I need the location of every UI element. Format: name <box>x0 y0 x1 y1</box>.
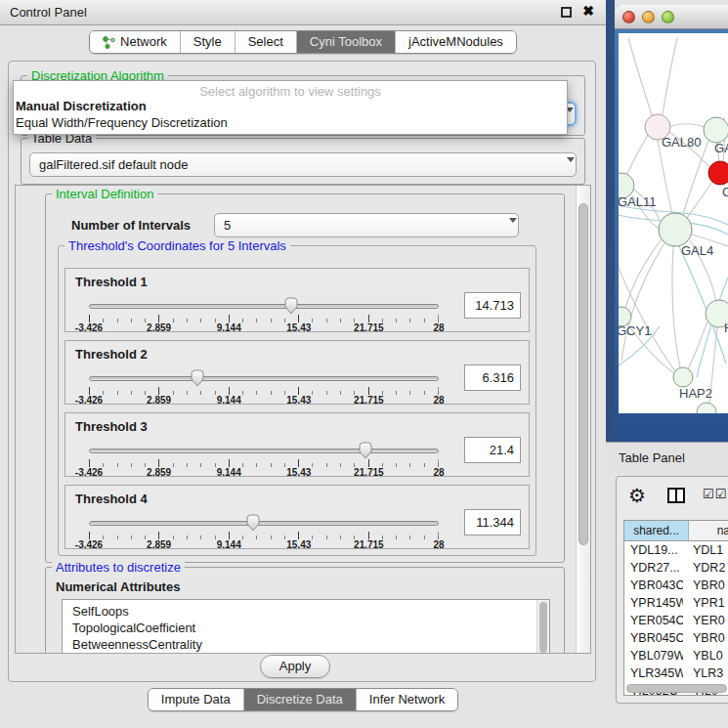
slider-track[interactable] <box>89 304 439 309</box>
tick-label: 2.859 <box>147 539 171 550</box>
table-row[interactable]: YBL079WYBL0 <box>624 647 728 664</box>
threshold-value-field[interactable]: 21.4 <box>464 437 521 463</box>
network-window: GAL80GACGAL11GAL4HGCY1HAP2 <box>615 5 728 442</box>
threshold-slider[interactable]: -3.4262.8599.14415.4321.71528 <box>89 513 439 550</box>
tab-infer-network[interactable]: Infer Network <box>356 689 457 710</box>
slider-track[interactable] <box>89 449 439 453</box>
list-item[interactable]: BetweennessCentrality <box>63 636 549 653</box>
tab-discretize-data[interactable]: Discretize Data <box>243 689 356 710</box>
tab-select[interactable]: Select <box>235 31 296 53</box>
network-node[interactable] <box>697 403 716 413</box>
table-row[interactable]: YLR345WYLR3 <box>624 664 728 682</box>
table-header-row: shared... na <box>624 521 728 541</box>
column-header-name[interactable]: na <box>689 521 728 540</box>
attributes-group: Attributes to discretize Numerical Attri… <box>45 567 565 654</box>
tab-select-label: Select <box>248 31 283 53</box>
top-tab-group: Network Style Select Cyni Toolbox jActiv… <box>89 30 517 54</box>
slider-thumb[interactable] <box>190 369 204 387</box>
cell-name: YBR0 <box>683 629 725 647</box>
table-row[interactable]: YBR045CYBR0 <box>624 629 728 647</box>
network-edge <box>670 124 704 127</box>
slider-tick-labels: -3.4262.8599.14415.4321.71528 <box>89 322 439 334</box>
algorithm-dropdown-popup: Select algorithm to view settings Manual… <box>13 80 568 135</box>
bottom-tabstrip: Impute Data Discretize Data Infer Networ… <box>0 688 606 711</box>
cell-name: YBR0 <box>683 577 725 594</box>
tab-jactivemnodules[interactable]: jActiveMNodules <box>395 31 516 53</box>
top-tabstrip: Network Style Select Cyni Toolbox jActiv… <box>0 30 606 54</box>
list-item[interactable]: SelfLoops <box>63 600 549 620</box>
vertical-scrollbar[interactable] <box>576 186 590 653</box>
scrollbar-thumb[interactable] <box>578 203 588 545</box>
threshold-label: Threshold 3 <box>75 419 148 434</box>
table-data-value: galFiltered.sif default node <box>39 157 188 172</box>
close-icon[interactable]: ✖ <box>582 3 594 19</box>
control-panel-titlebar: Control Panel ✖ <box>0 0 606 25</box>
table-row[interactable]: YBR043CYBR0 <box>624 577 728 594</box>
list-item[interactable]: TopologicalCoefficient <box>63 620 549 636</box>
tab-impute-data[interactable]: Impute Data <box>149 689 243 710</box>
slider-thumb[interactable] <box>358 442 372 459</box>
horizontal-scrollbar[interactable] <box>626 684 728 694</box>
tab-cyni-toolbox[interactable]: Cyni Toolbox <box>296 31 395 53</box>
node-label: GAL4 <box>681 243 713 258</box>
menu-item-equal-width-frequency[interactable]: Equal Width/Frequency Discretization <box>14 114 567 131</box>
zoom-traffic-light-icon[interactable] <box>662 11 674 23</box>
cell-shared-name: YDR27... <box>624 559 683 577</box>
cell-name: YER0 <box>683 612 725 629</box>
float-window-icon[interactable] <box>561 7 572 18</box>
threshold-value-field[interactable]: 11.344 <box>464 509 521 535</box>
tab-discretize-data-label: Discretize Data <box>257 689 343 710</box>
network-node[interactable] <box>659 213 692 246</box>
number-of-intervals-select[interactable]: 5 <box>214 213 519 237</box>
threshold-slider[interactable]: -3.4262.8599.14415.4321.71528 <box>89 368 439 406</box>
network-node[interactable] <box>673 367 693 387</box>
tick-label: 21.715 <box>354 322 384 333</box>
tick-label: 21.715 <box>354 539 384 550</box>
tab-cyni-toolbox-label: Cyni Toolbox <box>310 31 382 53</box>
columns-icon[interactable] <box>667 488 685 503</box>
tick-label: 9.144 <box>217 467 241 478</box>
slider-track[interactable] <box>89 376 439 381</box>
threshold-label: Threshold 2 <box>75 347 148 362</box>
table-row[interactable]: YPR145WYPR1 <box>624 594 728 612</box>
interval-definition-title: Interval Definition <box>52 187 157 201</box>
slider-tick-labels: -3.4262.8599.14415.4321.71528 <box>89 395 439 407</box>
cell-name: YDR2 <box>683 559 725 577</box>
table-panel-title: Table Panel <box>619 443 685 473</box>
menu-item-manual-discretization[interactable]: Manual Discretization <box>14 98 567 114</box>
table-row[interactable]: YDL19...YDL1 <box>624 541 728 559</box>
list-scrollbar[interactable] <box>536 600 549 654</box>
popup-hint: Select algorithm to view settings <box>14 81 567 98</box>
close-traffic-light-icon[interactable] <box>622 11 635 23</box>
threshold-slider[interactable]: -3.4262.8599.14415.4321.71528 <box>89 296 439 333</box>
tick-label: 15.43 <box>286 539 311 550</box>
network-node[interactable] <box>704 117 728 143</box>
checkbox-icons[interactable]: ☑☑ <box>703 487 727 501</box>
node-table[interactable]: shared... na YDL19...YDL1YDR27...YDR2YBR… <box>623 520 728 696</box>
network-window-titlebar[interactable] <box>615 5 728 29</box>
slider-thumb[interactable] <box>246 514 261 532</box>
threshold-value-field[interactable]: 6.316 <box>464 364 521 391</box>
network-node[interactable] <box>708 161 728 185</box>
cell-shared-name: YDL19... <box>624 541 683 559</box>
minimize-traffic-light-icon[interactable] <box>642 11 655 23</box>
slider-track[interactable] <box>89 521 439 526</box>
table-row[interactable]: YER054CYER0 <box>624 612 728 629</box>
tab-network[interactable]: Network <box>90 31 180 53</box>
network-panel-background <box>606 0 615 442</box>
table-data-select[interactable]: galFiltered.sif default node <box>29 152 577 177</box>
apply-button[interactable]: Apply <box>260 655 330 678</box>
threshold-box: Threshold 1-3.4262.8599.14415.4321.71528… <box>64 268 530 332</box>
network-canvas[interactable]: GAL80GACGAL11GAL4HGCY1HAP2 <box>619 33 728 413</box>
gear-icon[interactable]: ⚙ <box>628 484 646 507</box>
attributes-list[interactable]: SelfLoops TopologicalCoefficient Between… <box>62 599 550 654</box>
table-row[interactable]: YDR27...YDR2 <box>624 559 728 577</box>
column-header-shared-name[interactable]: shared... <box>624 521 689 540</box>
threshold-slider[interactable]: -3.4262.8599.14415.4321.71528 <box>89 441 439 478</box>
tab-style[interactable]: Style <box>180 31 235 53</box>
threshold-value-field[interactable]: 14.713 <box>464 292 521 319</box>
slider-ticks <box>89 459 439 467</box>
slider-thumb[interactable] <box>283 297 298 315</box>
table-data-group: Table Data galFiltered.sif default node <box>21 138 585 185</box>
scrollbar-thumb[interactable] <box>626 684 727 693</box>
